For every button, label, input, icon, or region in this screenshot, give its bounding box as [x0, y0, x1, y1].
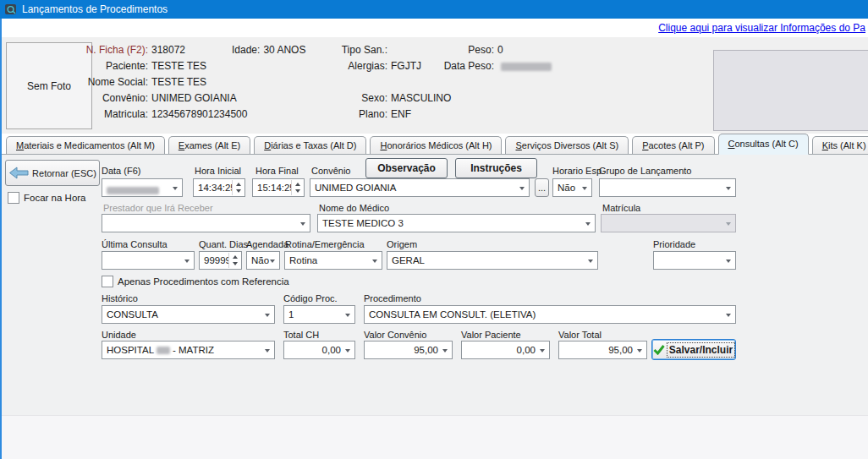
codigo-proc-combobox[interactable]: 1	[283, 305, 355, 324]
chevron-down-icon	[265, 349, 270, 352]
prestador-combobox[interactable]	[102, 214, 310, 232]
patient-sexo-row: Sexo:MASCULINO	[313, 92, 451, 104]
retornar-button[interactable]: Retornar (ESC)	[5, 160, 100, 186]
chevron-down-icon	[184, 260, 190, 263]
tab-kits[interactable]: Kits (Alt K)	[812, 136, 868, 154]
check-icon	[653, 344, 665, 355]
sexo-label: Sexo:	[313, 92, 387, 104]
unidade-suffix: - MATRIZ	[173, 345, 214, 355]
photo-placeholder-label: Sem Foto	[27, 80, 71, 92]
spinner-buttons[interactable]	[291, 180, 303, 195]
tab-pacotes[interactable]: Pacotes (Alt P)	[632, 136, 714, 154]
patient-name-row: Paciente:TESTE TES	[74, 60, 206, 72]
salvar-incluir-button[interactable]: Salvar/Incluir	[651, 339, 736, 360]
tab-consultas[interactable]: Consultas (Alt C)	[718, 134, 809, 155]
convenio-value: UNIMED GOIANIA	[151, 92, 237, 104]
tab-bar: Materiais e Medicamentos (Alt M) Exames …	[2, 134, 868, 155]
matricula-value: 12345678901234500	[151, 108, 247, 120]
top-strip: Clique aqui para visualizar Informações …	[2, 19, 868, 37]
valor-convenio-label: Valor Convênio	[364, 330, 426, 340]
chevron-down-icon	[372, 260, 377, 263]
agendada-combobox[interactable]: Não	[246, 251, 280, 270]
origem-combobox[interactable]: GERAL	[387, 251, 598, 270]
tab-diarias-taxas[interactable]: Diárias e Taxas (Alt D)	[254, 136, 366, 154]
agendada-label: Agendada	[246, 239, 288, 249]
tab-exames[interactable]: Exames (Alt E)	[168, 136, 250, 154]
spin-up-icon	[236, 183, 241, 186]
unidade-prefix: HOSPITAL	[107, 345, 154, 355]
total-ch-field[interactable]: 0,00	[283, 341, 355, 359]
valor-convenio-field[interactable]: 95,00	[364, 341, 453, 359]
grupo-lancamento-combobox[interactable]	[599, 178, 736, 197]
chevron-down-icon	[173, 187, 178, 190]
spin-down-icon	[236, 189, 241, 193]
procedimento-combobox[interactable]: CONSULTA EM CONSULT. (ELETIVA)	[364, 305, 736, 324]
ultima-consulta-combobox[interactable]	[102, 251, 195, 270]
back-arrow-icon	[8, 167, 29, 179]
alergias-label: Alergias:	[313, 60, 387, 72]
hora-inicial-spinner[interactable]: 14:34:25	[193, 178, 245, 197]
instrucoes-label: Instruções	[470, 162, 522, 174]
focar-na-hora-checkbox[interactable]: Focar na Hora	[8, 192, 86, 204]
quant-dias-label: Quant. Dias	[199, 239, 248, 249]
patient-convenio-row: Convênio:UNIMED GOIANIA	[74, 92, 237, 104]
unidade-combobox[interactable]: HOSPITAL - MATRIZ	[102, 341, 275, 359]
patient-tiposan-row: Tipo San.:	[313, 44, 391, 56]
ellipsis-label: ...	[538, 183, 546, 193]
hora-final-spinner[interactable]: 15:14:25	[252, 178, 305, 197]
origem-label: Origem	[387, 239, 417, 249]
tab-servicos-diversos[interactable]: Serviços Diversos (Alt S)	[505, 136, 629, 154]
data-combobox[interactable]	[102, 178, 183, 197]
horario-esp-value: Não	[558, 183, 575, 193]
procedimento-label: Procedimento	[364, 293, 421, 303]
historico-value: CONSULTA	[107, 309, 158, 320]
valor-paciente-field[interactable]: 0,00	[461, 341, 550, 359]
rotina-emergencia-combobox[interactable]: Rotina	[284, 251, 382, 270]
patient-matricula-row: Matricula:12345678901234500	[74, 108, 247, 120]
ellipsis-button[interactable]: ...	[535, 178, 549, 197]
spinner-buttons[interactable]	[228, 253, 240, 268]
prioridade-combobox[interactable]	[653, 251, 736, 270]
tab-honorarios-medicos[interactable]: Honorários Médicos (Alt H)	[370, 136, 502, 154]
quant-dias-spinner[interactable]: 999999	[199, 251, 242, 270]
patient-info-link[interactable]: Clique aqui para visualizar Informações …	[658, 22, 865, 34]
instrucoes-button[interactable]: Instruções	[455, 158, 537, 178]
apenas-referencia-checkbox[interactable]: Apenas Procedimentos com Referencia	[102, 276, 289, 287]
patient-ficha-row: N. Ficha (F2):318072	[74, 44, 185, 56]
horario-esp-label: Horario Esp.	[552, 166, 604, 176]
tab-materiais-medicamentos[interactable]: Materiais e Medicamentos (Alt M)	[6, 136, 165, 154]
plano-label: Plano:	[313, 108, 387, 120]
idade-value: 30 ANOS	[263, 44, 305, 56]
redacted-date-value	[501, 63, 552, 71]
bottom-empty-area	[2, 415, 868, 459]
matricula-field-label: Matrícula	[602, 203, 640, 213]
paciente-label: Paciente:	[74, 60, 148, 72]
patient-social-row: Nome Social:TESTE TES	[74, 76, 206, 88]
chevron-down-icon	[726, 314, 731, 317]
focar-na-hora-label: Focar na Hora	[24, 193, 86, 203]
nome-medico-combobox[interactable]: TESTE MEDICO 3	[317, 214, 596, 232]
plano-value: ENF	[391, 108, 411, 120]
convenio-combobox[interactable]: UNIMED GOIANIA	[310, 178, 530, 197]
sexo-value: MASCULINO	[391, 92, 451, 104]
patient-alergias-row: Alergias:FGJTJ	[313, 60, 421, 72]
valor-total-field[interactable]: 95,00	[558, 341, 647, 359]
data-label: Data (F6)	[102, 166, 140, 176]
header-gray-box	[713, 50, 868, 131]
nome-social-value: TESTE TES	[151, 76, 206, 88]
checkbox-icon	[8, 192, 19, 204]
observacao-button[interactable]: Observação	[365, 158, 448, 178]
horario-esp-combobox[interactable]: Não	[552, 178, 592, 197]
grupo-lancamento-label: Grupo de Lançamento	[599, 166, 691, 176]
retornar-label: Retornar (ESC)	[32, 168, 96, 178]
historico-combobox[interactable]: CONSULTA	[102, 305, 275, 324]
spinner-buttons[interactable]	[232, 180, 244, 195]
procedures-window: Lançamentos de Procedimentos Clique aqui…	[0, 0, 868, 459]
spin-down-icon	[233, 262, 238, 265]
redacted-date-value	[107, 187, 159, 194]
chevron-down-icon	[345, 314, 350, 317]
nome-social-label: Nome Social:	[74, 76, 148, 88]
ficha-value: 318072	[151, 44, 185, 56]
prioridade-label: Prioridade	[653, 239, 695, 249]
chevron-down-icon	[726, 222, 731, 226]
